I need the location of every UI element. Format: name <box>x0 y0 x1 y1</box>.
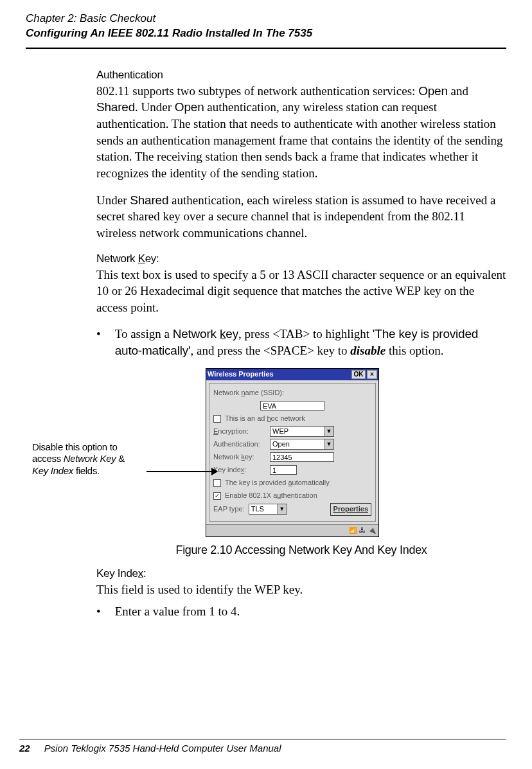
tray-network-icon: 🖧 <box>359 526 366 535</box>
bullet-marker: • <box>96 603 101 620</box>
key-provided-label: The key is provided automatically <box>225 478 330 488</box>
encryption-label: Encryption: <box>213 427 266 436</box>
key-index-heading: Key Index: <box>96 567 506 581</box>
properties-button[interactable]: Properties <box>330 503 371 516</box>
shared-term-2: Shared <box>130 193 168 207</box>
key-index-input[interactable]: 1 <box>270 465 297 475</box>
eap-type-combo[interactable]: TLS▼ <box>249 504 287 515</box>
bullet-item: • Enter a value from 1 to 4. <box>96 603 506 620</box>
auth-paragraph-2: Under Shared authentication, each wirele… <box>96 192 506 242</box>
bullet-text: To assign a Network key, press <TAB> to … <box>115 326 506 358</box>
open-term: Open <box>418 84 448 98</box>
taskbar: 📶 🖧 🔌 <box>206 524 378 536</box>
dialog-panel: Network name (SSID): EVA This is an ad h… <box>209 383 376 522</box>
bullet-text: Enter a value from 1 to 4. <box>115 603 506 620</box>
chapter-label: Chapter 2: Basic Checkout <box>26 12 506 26</box>
chevron-down-icon: ▼ <box>324 439 333 449</box>
key-provided-checkbox[interactable] <box>213 479 221 487</box>
network-key-heading: Network Key: <box>96 252 506 267</box>
page-footer: 22 Psion Teklogix 7535 Hand-Held Compute… <box>19 739 506 755</box>
eap-type-label: EAP type: <box>213 504 245 514</box>
callout-arrow <box>146 471 217 472</box>
auth-paragraph-1: 802.11 supports two subtypes of network … <box>96 83 506 182</box>
tray-power-icon: 🔌 <box>368 526 376 535</box>
figure-block: Disable this option to access Network Ke… <box>96 368 506 558</box>
authentication-combo[interactable]: Open▼ <box>270 439 334 450</box>
shared-term: Shared <box>96 100 135 114</box>
adhoc-checkbox[interactable] <box>213 415 221 423</box>
key-index-paragraph: This field is used to identify the WEP k… <box>96 581 506 598</box>
wireless-properties-dialog: Wireless Properties OK × Network name (S… <box>206 368 379 537</box>
adhoc-label: This is an ad hoc network <box>225 414 305 423</box>
footer-text: Psion Teklogix 7535 Hand-Held Computer U… <box>44 742 281 755</box>
page-number: 22 <box>19 742 30 755</box>
page-header: Chapter 2: Basic Checkout Configuring An… <box>0 0 532 45</box>
chevron-down-icon: ▼ <box>324 427 333 436</box>
open-term-2: Open <box>175 100 204 114</box>
close-button[interactable]: × <box>367 370 377 379</box>
bullet-marker: • <box>96 326 101 358</box>
figure-callout: Disable this option to access Network Ke… <box>32 441 148 477</box>
network-key-label: Network key: <box>213 452 266 462</box>
key-index-label: Key index: <box>213 465 266 475</box>
chevron-down-icon: ▼ <box>277 504 287 514</box>
dialog-titlebar: Wireless Properties OK × <box>206 369 378 380</box>
content-area: Authentication 802.11 supports two subty… <box>0 49 532 619</box>
section-title: Configuring An IEEE 802.11 Radio Install… <box>26 26 506 41</box>
ssid-input[interactable]: EVA <box>260 401 324 411</box>
encryption-combo[interactable]: WEP▼ <box>270 426 334 437</box>
network-key-input[interactable]: 12345 <box>270 452 334 462</box>
tray-signal-icon: 📶 <box>349 526 357 535</box>
enable-8021x-checkbox[interactable]: ✓ <box>213 492 221 500</box>
dialog-title: Wireless Properties <box>208 369 274 379</box>
ssid-label: Network name (SSID): <box>213 388 284 398</box>
enable-8021x-label: Enable 802.1X authentication <box>225 491 317 500</box>
authentication-heading: Authentication <box>96 68 506 83</box>
ok-button[interactable]: OK <box>351 370 366 379</box>
bullet-item: • To assign a Network key, press <TAB> t… <box>96 326 506 358</box>
figure-caption: Figure 2.10 Accessing Network Key And Ke… <box>96 542 506 558</box>
network-key-paragraph: This text box is used to specify a 5 or … <box>96 267 506 316</box>
authentication-label: Authentication: <box>213 439 266 449</box>
